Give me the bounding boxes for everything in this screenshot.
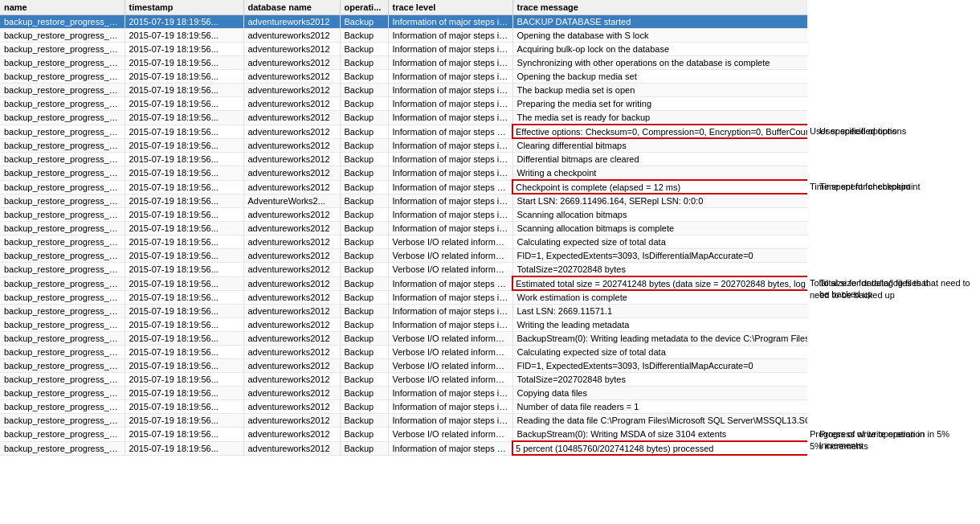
cell-dbname: adventureworks2012	[243, 153, 340, 166]
cell-tracemsg: Scanning allocation bitmaps	[512, 208, 807, 222]
table-row[interactable]: backup_restore_progress_trace2015-07-19 …	[0, 138, 807, 153]
table-row[interactable]: backup_restore_progress_trace2015-07-19 …	[0, 111, 807, 125]
cell-name: backup_restore_progress_trace	[0, 400, 125, 414]
cell-tracemsg: Synchronizing with other operations on t…	[512, 56, 807, 70]
col-header-tracelevel: trace level	[388, 0, 512, 15]
table-row[interactable]: backup_restore_progress_trace2015-07-19 …	[0, 208, 807, 222]
table-row[interactable]: backup_restore_progress_trace2015-07-19 …	[0, 97, 807, 111]
col-header-tracemsg: trace message	[512, 0, 807, 15]
table-row[interactable]: backup_restore_progress_trace2015-07-19 …	[0, 180, 807, 194]
cell-name: backup_restore_progress_trace	[0, 166, 125, 181]
table-row[interactable]: backup_restore_progress_trace2015-07-19 …	[0, 263, 807, 277]
cell-timestamp: 2015-07-19 18:19:56...	[125, 125, 243, 138]
cell-tracelevel: Information of major steps in ...	[388, 194, 512, 208]
cell-timestamp: 2015-07-19 18:19:56...	[125, 29, 243, 43]
cell-timestamp: 2015-07-19 18:19:56...	[125, 441, 243, 455]
cell-tracemsg: Reading the data file C:\Program Files\M…	[512, 414, 807, 428]
cell-tracemsg: BACKUP DATABASE started	[512, 15, 807, 29]
table-row[interactable]: backup_restore_progress_trace2015-07-19 …	[0, 43, 807, 56]
cell-tracelevel: Information of major steps in ...	[388, 441, 512, 455]
table-row[interactable]: backup_restore_progress_trace2015-07-19 …	[0, 15, 807, 29]
table-row[interactable]: backup_restore_progress_trace2015-07-19 …	[0, 194, 807, 208]
cell-optype: Backup	[340, 346, 388, 359]
table-row[interactable]: backup_restore_progress_trace2015-07-19 …	[0, 332, 807, 346]
cell-tracemsg: BackupStream(0): Writing leading metadat…	[512, 332, 807, 346]
cell-name: backup_restore_progress_trace	[0, 249, 125, 263]
cell-dbname: adventureworks2012	[243, 166, 340, 181]
cell-dbname: adventureworks2012	[243, 70, 340, 84]
table-row[interactable]: backup_restore_progress_trace2015-07-19 …	[0, 373, 807, 387]
cell-name: backup_restore_progress_trace	[0, 70, 125, 84]
cell-tracemsg: Estimated total size = 202741248 bytes (…	[512, 276, 807, 290]
cell-optype: Backup	[340, 84, 388, 97]
table-row[interactable]: backup_restore_progress_trace2015-07-19 …	[0, 428, 807, 442]
cell-tracelevel: Verbose I/O related informati...	[388, 346, 512, 359]
cell-name: backup_restore_progress_trace	[0, 441, 125, 455]
table-row[interactable]: backup_restore_progress_trace2015-07-19 …	[0, 56, 807, 70]
cell-timestamp: 2015-07-19 18:19:56...	[125, 318, 243, 332]
cell-name: backup_restore_progress_trace	[0, 125, 125, 138]
cell-tracemsg: Calculating expected size of total data	[512, 235, 807, 249]
cell-timestamp: 2015-07-19 18:19:56...	[125, 166, 243, 181]
cell-tracelevel: Information of major steps in ...	[388, 318, 512, 332]
cell-name: backup_restore_progress_trace	[0, 235, 125, 249]
table-row[interactable]: backup_restore_progress_trace2015-07-19 …	[0, 441, 807, 455]
cell-dbname: adventureworks2012	[243, 111, 340, 125]
cell-tracelevel: Information of major steps in ...	[388, 305, 512, 318]
table-row[interactable]: backup_restore_progress_trace2015-07-19 …	[0, 387, 807, 400]
cell-name: backup_restore_progress_trace	[0, 138, 125, 153]
cell-optype: Backup	[340, 153, 388, 166]
cell-optype: Backup	[340, 29, 388, 43]
table-row[interactable]: backup_restore_progress_trace2015-07-19 …	[0, 166, 807, 181]
cell-tracemsg: Opening the backup media set	[512, 70, 807, 84]
table-row[interactable]: backup_restore_progress_trace2015-07-19 …	[0, 235, 807, 249]
table-row[interactable]: backup_restore_progress_trace2015-07-19 …	[0, 222, 807, 235]
cell-tracelevel: Information of major steps in ...	[388, 153, 512, 166]
table-row[interactable]: backup_restore_progress_trace2015-07-19 …	[0, 346, 807, 359]
cell-dbname: AdventureWorks2...	[243, 194, 340, 208]
table-row[interactable]: backup_restore_progress_trace2015-07-19 …	[0, 125, 807, 138]
table-row[interactable]: backup_restore_progress_trace2015-07-19 …	[0, 318, 807, 332]
cell-dbname: adventureworks2012	[243, 305, 340, 318]
cell-tracemsg: FID=1, ExpectedExtents=3093, IsDifferent…	[512, 249, 807, 263]
cell-name: backup_restore_progress_trace	[0, 414, 125, 428]
cell-timestamp: 2015-07-19 18:19:56...	[125, 290, 243, 305]
table-row[interactable]: backup_restore_progress_trace2015-07-19 …	[0, 153, 807, 166]
cell-timestamp: 2015-07-19 18:19:56...	[125, 70, 243, 84]
table-row[interactable]: backup_restore_progress_trace2015-07-19 …	[0, 290, 807, 305]
table-row[interactable]: backup_restore_progress_trace2015-07-19 …	[0, 276, 807, 290]
table-body: backup_restore_progress_trace2015-07-19 …	[0, 15, 807, 456]
table-row[interactable]: backup_restore_progress_trace2015-07-19 …	[0, 359, 807, 373]
cell-optype: Backup	[340, 56, 388, 70]
cell-tracemsg: BackupStream(0): Writing MSDA of size 31…	[512, 428, 807, 442]
cell-timestamp: 2015-07-19 18:19:56...	[125, 208, 243, 222]
cell-tracemsg: Calculating expected size of total data	[512, 346, 807, 359]
cell-name: backup_restore_progress_trace	[0, 111, 125, 125]
cell-tracemsg: TotalSize=202702848 bytes	[512, 263, 807, 277]
cell-dbname: adventureworks2012	[243, 441, 340, 455]
table-row[interactable]: backup_restore_progress_trace2015-07-19 …	[0, 70, 807, 84]
cell-timestamp: 2015-07-19 18:19:56...	[125, 56, 243, 70]
table-row[interactable]: backup_restore_progress_trace2015-07-19 …	[0, 249, 807, 263]
cell-optype: Backup	[340, 208, 388, 222]
cell-optype: Backup	[340, 373, 388, 387]
table-row[interactable]: backup_restore_progress_trace2015-07-19 …	[0, 305, 807, 318]
table-row[interactable]: backup_restore_progress_trace2015-07-19 …	[0, 400, 807, 414]
cell-dbname: adventureworks2012	[243, 222, 340, 235]
annotation-label: Time spent for checkpoint	[819, 181, 980, 192]
cell-tracemsg: Opening the database with S lock	[512, 29, 807, 43]
cell-name: backup_restore_progress_trace	[0, 180, 125, 194]
table-row[interactable]: backup_restore_progress_trace2015-07-19 …	[0, 414, 807, 428]
cell-dbname: adventureworks2012	[243, 180, 340, 194]
cell-name: backup_restore_progress_trace	[0, 387, 125, 400]
table-row[interactable]: backup_restore_progress_trace2015-07-19 …	[0, 84, 807, 97]
cell-tracelevel: Information of major steps in ...	[388, 400, 512, 414]
cell-name: backup_restore_progress_trace	[0, 318, 125, 332]
cell-tracelevel: Information of major steps in ...	[388, 138, 512, 153]
cell-timestamp: 2015-07-19 18:19:56...	[125, 153, 243, 166]
table-row[interactable]: backup_restore_progress_trace2015-07-19 …	[0, 29, 807, 43]
cell-dbname: adventureworks2012	[243, 400, 340, 414]
cell-name: backup_restore_progress_trace	[0, 97, 125, 111]
cell-timestamp: 2015-07-19 18:19:56...	[125, 180, 243, 194]
cell-timestamp: 2015-07-19 18:19:56...	[125, 249, 243, 263]
